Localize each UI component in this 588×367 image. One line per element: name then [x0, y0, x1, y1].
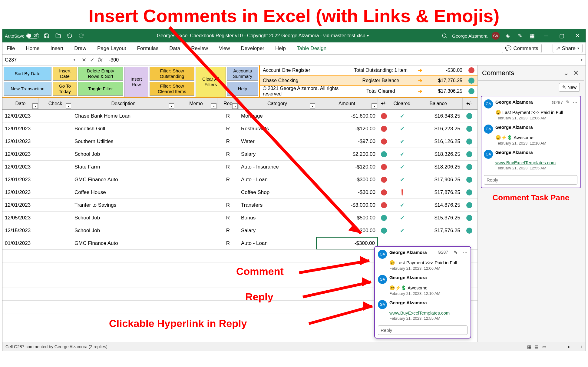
cell-rec[interactable]: R [217, 161, 239, 173]
table-row[interactable]: 12/15/2023 School Job R Salary $2,200.00… [2, 224, 477, 237]
cell-cleared[interactable]: ✔ [390, 122, 414, 135]
col-pm1[interactable]: +/- [378, 98, 390, 109]
maximize-button[interactable]: ▢ [556, 30, 567, 41]
cell-category[interactable]: Bonus [239, 212, 316, 224]
cell-cleared[interactable]: ✔ [390, 173, 414, 186]
cell-rec[interactable]: R [217, 122, 239, 135]
filter-icon[interactable]: ▾ [66, 103, 71, 109]
tab-formulas[interactable]: Formulas [136, 44, 160, 53]
tab-table-design[interactable]: Table Design [296, 44, 328, 53]
cell-memo[interactable] [175, 199, 217, 211]
diamond-icon[interactable]: ◈ [504, 32, 512, 40]
table-row[interactable]: 12/01/2023 GMC Finance Auto R Auto - Loa… [2, 173, 477, 186]
cell-description[interactable]: School Job [72, 224, 175, 237]
col-date[interactable]: Date▾ [2, 98, 39, 109]
cell-amount[interactable]: -$97.00 [316, 135, 378, 148]
table-row[interactable]: 12/01/2023 School Job R Salary $2,200.00… [2, 148, 477, 161]
cell-date[interactable]: 12/01/2023 [2, 110, 39, 122]
cell-memo[interactable] [175, 237, 217, 249]
edit-icon[interactable]: ✎ [566, 99, 570, 105]
cell-category[interactable]: Auto - Loan [239, 173, 316, 186]
cell-cleared[interactable]: ✔ [390, 161, 414, 173]
ribbon-share-button[interactable]: ↗ Share ▾ [553, 44, 583, 53]
col-amount[interactable]: Amount▾ [316, 98, 378, 109]
more-icon[interactable]: ⋯ [573, 99, 577, 105]
cell-amount[interactable]: -$3,000.00 [316, 199, 378, 211]
tab-view[interactable]: View [218, 44, 231, 53]
cell-cleared[interactable]: ✔ [390, 199, 414, 211]
col-memo[interactable]: Memo▾ [175, 98, 217, 109]
delete-empty-button[interactable]: Delete Empty Rows & Sort [78, 67, 123, 81]
cell-memo[interactable] [175, 110, 217, 122]
table-row[interactable]: 12/01/2023 Coffee House Coffee Shop -$30… [2, 186, 477, 199]
cell-description[interactable]: School Job [72, 148, 175, 160]
pen-icon[interactable]: ✎ [516, 32, 524, 40]
cell-check[interactable] [39, 186, 72, 199]
cell-description[interactable]: Tranfer to Savings [72, 199, 175, 211]
zoom-in-icon[interactable]: + [580, 344, 583, 349]
cell-amount[interactable]: $2,200.00 [316, 224, 378, 237]
cell-rec[interactable]: R [217, 148, 239, 160]
cell-check[interactable] [39, 161, 72, 173]
cell-description[interactable]: Coffee House [72, 186, 175, 199]
cell-amount[interactable]: -$1,600.00 [316, 110, 378, 122]
cell-amount[interactable]: -$120.00 [316, 161, 378, 173]
cell-cleared[interactable]: ✔ [390, 148, 414, 160]
cell-check[interactable] [39, 224, 72, 237]
clear-filters-button[interactable]: Clear All Filters [196, 67, 226, 97]
cell-memo[interactable] [175, 122, 217, 135]
cell-memo[interactable] [175, 173, 217, 186]
cell-category[interactable]: Salary [239, 148, 316, 160]
filter-icon[interactable]: ▾ [169, 103, 174, 109]
grid-icon[interactable]: ▦ [528, 32, 536, 40]
cell-rec[interactable]: R [217, 173, 239, 186]
cell-check[interactable] [39, 212, 72, 224]
cell-check[interactable] [39, 110, 72, 122]
filter-cleared-button[interactable]: Filter: Show Cleared Items [150, 82, 194, 96]
fx-icon[interactable]: fx [98, 57, 102, 63]
col-description[interactable]: Description▾ [72, 98, 175, 109]
new-comment-button[interactable]: ✎New [559, 83, 580, 92]
tab-insert[interactable]: Insert [49, 44, 65, 53]
table-row[interactable]: 12/01/2023 Bonefish Grill R Restaurants … [2, 122, 477, 135]
col-pm2[interactable]: +/- [463, 98, 476, 109]
cell-amount[interactable]: $2,200.00 [316, 148, 378, 160]
cell-memo[interactable] [175, 224, 217, 237]
comment-thread[interactable]: GA George Alzamora G287 ✎ ⋯ 😊 Last Payme… [481, 96, 581, 188]
insert-date-button[interactable]: Insert Date [53, 67, 77, 81]
cell-category[interactable]: Coffee Shop [239, 186, 316, 199]
col-category[interactable]: Category▾ [239, 98, 316, 109]
new-transaction-button[interactable]: New Transaction [4, 82, 51, 96]
cell-cleared[interactable]: ✔ [390, 135, 414, 148]
user-avatar[interactable]: GA [492, 32, 500, 40]
cell-category[interactable]: Restaurants [239, 122, 316, 135]
tab-home[interactable]: Home [25, 44, 41, 53]
cell-description[interactable]: Bonefish Grill [72, 122, 175, 135]
cell-check[interactable] [39, 135, 72, 148]
chevron-down-icon[interactable]: ▾ [74, 58, 75, 62]
cell-date[interactable]: 12/15/2023 [2, 224, 39, 237]
user-name[interactable]: George Alzamora [452, 33, 487, 38]
cell-rec[interactable]: R [217, 224, 239, 237]
accounts-summary-button[interactable]: Accounts Summary [227, 67, 258, 81]
cell-amount[interactable]: -$30.00 [316, 186, 378, 199]
cell-rec[interactable] [217, 186, 239, 199]
cell-category[interactable]: Mortgage [239, 110, 316, 122]
sort-by-date-button[interactable]: Sort By Date [4, 67, 51, 81]
table-row[interactable]: 12/05/2023 School Job R Bonus $500.00 ✔ … [2, 212, 477, 224]
cell-date[interactable]: 12/01/2023 [2, 161, 39, 173]
go-to-today-button[interactable]: Go To Today [53, 82, 77, 96]
cell-cleared[interactable]: ✔ [390, 110, 414, 122]
cell-cleared[interactable]: ✔ [390, 224, 414, 237]
col-cleared[interactable]: Cleared [390, 98, 414, 109]
cell-rec[interactable]: R [217, 237, 239, 249]
cell-description[interactable]: GMC Finance Auto [72, 237, 175, 249]
save-icon[interactable] [43, 32, 51, 40]
chevron-down-icon[interactable]: ⌄ [563, 69, 570, 77]
view-break-icon[interactable]: ▭ [542, 344, 546, 349]
undo-icon[interactable] [66, 32, 74, 40]
cell-memo[interactable] [175, 186, 217, 199]
cell-date[interactable]: 12/01/2023 [2, 186, 39, 199]
cancel-icon[interactable]: ✕ [82, 57, 86, 63]
cell-date[interactable]: 12/05/2023 [2, 212, 39, 224]
